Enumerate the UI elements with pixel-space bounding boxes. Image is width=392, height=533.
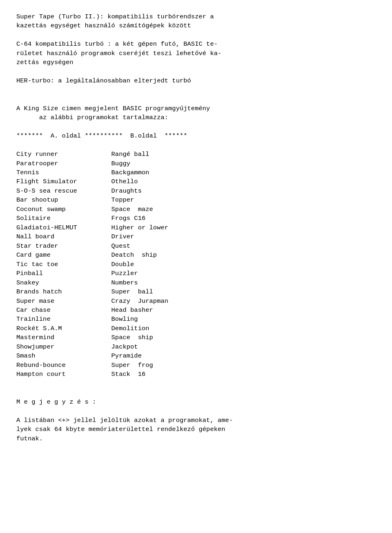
main-content: Super Tape (Turbo II.): kompatibilis tur…	[16, 12, 376, 443]
